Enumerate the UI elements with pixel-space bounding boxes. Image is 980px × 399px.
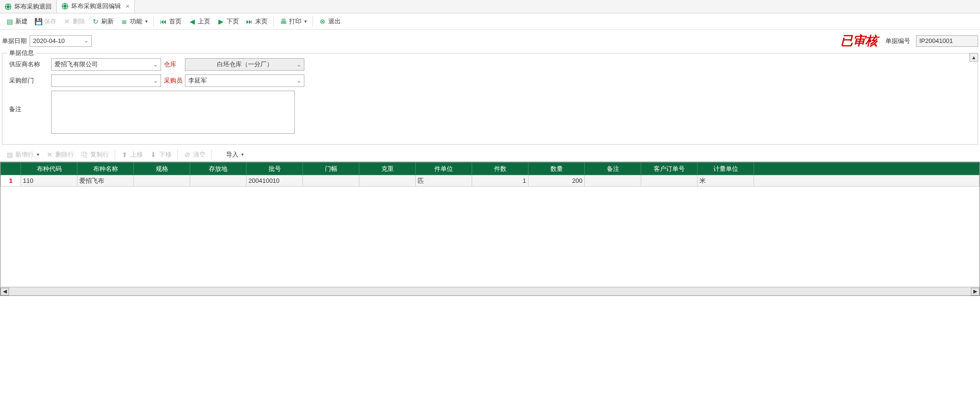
- separator: [153, 16, 154, 27]
- warehouse-combo[interactable]: 白坯仓库（一分厂） ⌄: [185, 58, 304, 71]
- cell-loc[interactable]: [190, 175, 247, 187]
- print-icon: 🖶: [280, 18, 287, 25]
- chevron-down-icon: ⌄: [153, 62, 158, 68]
- double-chevron-up-icon: ▴: [972, 54, 975, 61]
- refresh-button[interactable]: ↻ 刷新: [89, 16, 117, 27]
- table-header-row: 布种代码 布种名称 规格 存放地 批号 门幅 克重 件单位 件数 数量 备注 客…: [1, 163, 980, 175]
- table-row[interactable]: 1 110 爱招飞布 200410010 匹 1 200 米: [1, 175, 980, 187]
- cell-code[interactable]: 110: [21, 175, 77, 187]
- supplier-combo[interactable]: 爱招飞有限公司 ⌄: [51, 58, 161, 71]
- col-qty[interactable]: 数量: [528, 163, 585, 175]
- cell-name[interactable]: 爱招飞布: [77, 175, 134, 187]
- prev-icon: ◀: [188, 18, 196, 25]
- scroll-left-icon[interactable]: ◀: [0, 288, 9, 295]
- import-button[interactable]: 导入 ▾: [215, 149, 247, 160]
- function-button[interactable]: ≣ 功能 ▾: [118, 16, 151, 27]
- separator: [115, 149, 115, 160]
- supplier-label: 供应商名称: [9, 60, 51, 69]
- col-pcs[interactable]: 件数: [472, 163, 528, 175]
- scroll-right-icon[interactable]: ▶: [971, 288, 980, 295]
- col-code[interactable]: 布种代码: [21, 163, 77, 175]
- horizontal-scrollbar[interactable]: ◀ ▶: [0, 287, 980, 295]
- date-label: 单据日期: [2, 37, 27, 45]
- date-input[interactable]: 2020-04-10 ⌄: [30, 35, 92, 47]
- addrow-button: ▤ 新增行 ▾: [3, 149, 42, 160]
- exit-button[interactable]: ⊗ 退出: [316, 16, 344, 27]
- col-spec[interactable]: 规格: [134, 163, 190, 175]
- cell-width[interactable]: [303, 175, 359, 187]
- movedown-button: ⬇ 下移: [147, 149, 174, 160]
- next-page-button[interactable]: ▶ 下页: [214, 16, 242, 27]
- col-ordno[interactable]: 客户订单号: [641, 163, 698, 175]
- buyer-label: 采购员: [161, 76, 185, 85]
- delete-icon: ✕: [63, 18, 71, 25]
- copy-icon: ⿻: [81, 151, 88, 158]
- col-pcunit[interactable]: 件单位: [416, 163, 472, 175]
- expand-button[interactable]: ▴: [969, 53, 978, 62]
- grid: 布种代码 布种名称 规格 存放地 批号 门幅 克重 件单位 件数 数量 备注 客…: [0, 162, 980, 296]
- globe-icon: [5, 3, 11, 10]
- docnum-input: IP20041001: [916, 35, 978, 47]
- chevron-down-icon: ▾: [37, 152, 39, 157]
- tab-bar: 坏布采购退回 坏布采购退回编辑 ×: [0, 0, 980, 13]
- cell-ordno[interactable]: [641, 175, 698, 187]
- separator: [273, 16, 274, 27]
- scroll-track[interactable]: [9, 288, 971, 295]
- col-batch[interactable]: 批号: [247, 163, 303, 175]
- last-page-button[interactable]: ⏭ 末页: [243, 16, 270, 27]
- col-unit[interactable]: 计量单位: [698, 163, 754, 175]
- delete-button: ✕ 删除: [60, 16, 88, 27]
- data-table: 布种代码 布种名称 规格 存放地 批号 门幅 克重 件单位 件数 数量 备注 客…: [0, 162, 980, 187]
- main-toolbar: ▤ 新建 💾 保存 ✕ 删除 ↻ 刷新 ≣ 功能 ▾ ⏮ 首页 ◀ 上页 ▶ 下…: [0, 13, 980, 30]
- separator: [211, 149, 212, 160]
- print-button[interactable]: 🖶 打印 ▾: [277, 16, 310, 27]
- exit-icon: ⊗: [319, 18, 326, 25]
- remark-textarea[interactable]: [51, 91, 295, 134]
- col-remark[interactable]: 备注: [585, 163, 641, 175]
- cell-batch[interactable]: 200410010: [247, 175, 303, 187]
- col-loc[interactable]: 存放地: [190, 163, 247, 175]
- new-icon: ▤: [6, 18, 13, 25]
- cell-rownum: 1: [1, 175, 21, 187]
- prev-page-button[interactable]: ◀ 上页: [185, 16, 213, 27]
- tab-label: 坏布采购退回编辑: [71, 2, 121, 10]
- col-width[interactable]: 门幅: [303, 163, 359, 175]
- dept-combo[interactable]: ⌄: [51, 74, 161, 87]
- close-icon[interactable]: ×: [126, 2, 129, 10]
- first-page-button[interactable]: ⏮ 首页: [157, 16, 184, 27]
- approved-stamp: 已审核: [840, 32, 878, 49]
- cell-remark[interactable]: [585, 175, 641, 187]
- cell-pcunit[interactable]: 匹: [416, 175, 472, 187]
- moveup-button: ⬆ 上移: [118, 149, 146, 160]
- cell-gram[interactable]: [359, 175, 416, 187]
- cell-pcs[interactable]: 1: [472, 175, 528, 187]
- header-row: 单据日期 2020-04-10 ⌄ 已审核 单据编号 IP20041001: [0, 30, 980, 52]
- tab-return-edit[interactable]: 坏布采购退回编辑 ×: [57, 0, 135, 13]
- save-icon: 💾: [34, 18, 42, 25]
- fieldset-legend: 单据信息: [7, 49, 36, 57]
- chevron-down-icon: ▾: [145, 19, 148, 24]
- tab-label: 坏布采购退回: [14, 2, 52, 11]
- new-button[interactable]: ▤ 新建: [3, 16, 31, 27]
- col-name[interactable]: 布种名称: [77, 163, 134, 175]
- copyrow-button: ⿻ 复制行: [78, 149, 112, 160]
- buyer-combo[interactable]: 李延军 ⌄: [185, 74, 304, 87]
- cell-unit[interactable]: 米: [698, 175, 754, 187]
- last-icon: ⏭: [246, 18, 253, 25]
- save-button: 💾 保存: [32, 16, 59, 27]
- grid-toolbar: ▤ 新增行 ▾ ✕ 删除行 ⿻ 复制行 ⬆ 上移 ⬇ 下移 ⊘ 清空 导入 ▾: [0, 147, 980, 162]
- warehouse-label: 仓库: [161, 60, 185, 69]
- addrow-icon: ▤: [6, 151, 13, 158]
- col-rownum[interactable]: [1, 163, 21, 175]
- globe-icon: [217, 151, 224, 158]
- tab-return-list[interactable]: 坏布采购退回: [0, 0, 57, 13]
- globe-icon: [62, 3, 68, 10]
- cell-spec[interactable]: [134, 175, 190, 187]
- arrow-up-icon: ⬆: [121, 151, 129, 158]
- form-fieldset: 单据信息 供应商名称 爱招飞有限公司 ⌄ 仓库 白坯仓库（一分厂） ⌄ 采购部门…: [2, 53, 978, 145]
- col-gram[interactable]: 克重: [359, 163, 416, 175]
- grid-empty-space: [0, 187, 980, 287]
- cell-qty[interactable]: 200: [528, 175, 585, 187]
- next-icon: ▶: [217, 18, 225, 25]
- chevron-down-icon: ⌄: [297, 62, 301, 68]
